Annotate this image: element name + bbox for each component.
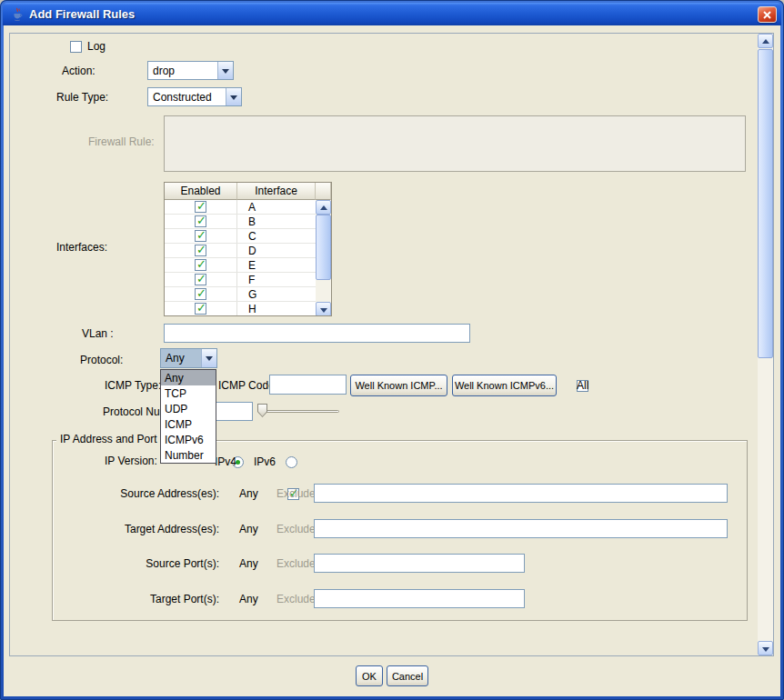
table-header: Enabled Interface bbox=[165, 183, 331, 200]
protocol-option-tcp[interactable]: TCP bbox=[161, 385, 216, 401]
enabled-checkbox[interactable] bbox=[195, 274, 206, 285]
table-scrollbar[interactable] bbox=[316, 200, 331, 316]
source-ports-label: Source Port(s): bbox=[52, 558, 219, 570]
any-label: Any bbox=[239, 488, 258, 500]
any-label: Any bbox=[239, 594, 258, 605]
protocol-option-number[interactable]: Number bbox=[161, 447, 216, 463]
action-selected-value: drop bbox=[148, 62, 217, 79]
action-select[interactable]: drop bbox=[147, 61, 234, 80]
log-label: Log bbox=[87, 41, 106, 53]
table-row[interactable]: D bbox=[165, 244, 331, 258]
interface-name: C bbox=[237, 229, 316, 243]
add-firewall-rules-dialog: Add Firewall Rules Log Action: drop Rule… bbox=[0, 0, 784, 700]
enabled-checkbox[interactable] bbox=[195, 259, 206, 271]
ipv4-label: IPv4 bbox=[215, 456, 236, 468]
protocol-dropdown-list: Any TCP UDP ICMP ICMPv6 Number bbox=[160, 369, 216, 464]
rule-type-selected-value: Constructed bbox=[148, 88, 226, 105]
table-scrollbar-thumb[interactable] bbox=[316, 215, 331, 280]
log-checkbox[interactable] bbox=[70, 41, 82, 53]
protocol-label: Protocol: bbox=[80, 355, 123, 366]
well-known-icmpv6-button[interactable]: Well Known ICMPv6... bbox=[452, 375, 557, 396]
action-label: Action: bbox=[62, 65, 95, 77]
java-icon bbox=[10, 7, 25, 22]
exclude-label: Exclude bbox=[276, 488, 316, 500]
table-row[interactable]: A bbox=[165, 200, 331, 215]
exclude-label: Exclude bbox=[276, 594, 316, 605]
interface-name: A bbox=[237, 200, 316, 214]
interface-name: E bbox=[237, 258, 316, 272]
table-row[interactable]: E bbox=[165, 258, 331, 273]
interface-name: D bbox=[237, 244, 316, 257]
all-label: All bbox=[577, 380, 588, 392]
interface-name: H bbox=[237, 302, 316, 315]
icmp-type-label: ICMP Type: bbox=[105, 380, 161, 392]
protocol-option-icmpv6[interactable]: ICMPv6 bbox=[161, 432, 216, 447]
close-icon bbox=[763, 11, 771, 19]
rule-type-label: Rule Type: bbox=[56, 92, 108, 104]
protocol-option-any[interactable]: Any bbox=[161, 370, 216, 385]
table-header-corner bbox=[316, 183, 331, 200]
cancel-button[interactable]: Cancel bbox=[387, 665, 428, 686]
interfaces-table: Enabled Interface A B C D E F bbox=[164, 182, 332, 316]
column-header-interface[interactable]: Interface bbox=[237, 183, 316, 200]
interface-name: F bbox=[237, 273, 316, 286]
ipv6-label: IPv6 bbox=[254, 456, 276, 468]
main-scrollbar-thumb[interactable] bbox=[758, 49, 773, 358]
table-row[interactable]: H bbox=[165, 302, 331, 316]
enabled-checkbox[interactable] bbox=[195, 288, 206, 300]
protocol-option-udp[interactable]: UDP bbox=[161, 401, 216, 416]
rule-type-select[interactable]: Constructed bbox=[147, 87, 242, 106]
scroll-down-icon[interactable] bbox=[758, 641, 773, 655]
chevron-down-icon[interactable] bbox=[226, 88, 241, 105]
chevron-down-icon[interactable] bbox=[201, 349, 216, 367]
table-row[interactable]: C bbox=[165, 229, 331, 244]
vlan-input[interactable] bbox=[164, 324, 470, 343]
target-ports-input[interactable] bbox=[314, 589, 525, 608]
enabled-checkbox[interactable] bbox=[195, 230, 206, 242]
protocol-selected-value: Any bbox=[161, 349, 201, 367]
interfaces-label: Interfaces: bbox=[56, 242, 107, 254]
target-addresses-input[interactable] bbox=[314, 519, 728, 538]
firewall-rule-textarea bbox=[164, 115, 746, 172]
protocol-option-icmp[interactable]: ICMP bbox=[161, 416, 216, 432]
column-header-enabled[interactable]: Enabled bbox=[165, 183, 237, 200]
enabled-checkbox[interactable] bbox=[195, 201, 206, 213]
well-known-icmp-button[interactable]: Well Known ICMP... bbox=[350, 375, 447, 396]
enabled-checkbox[interactable] bbox=[195, 245, 206, 256]
table-row[interactable]: F bbox=[165, 273, 331, 287]
protocol-select[interactable]: Any bbox=[160, 348, 217, 368]
scroll-up-icon[interactable] bbox=[758, 34, 773, 48]
vlan-label: VLan : bbox=[82, 328, 114, 340]
window-title: Add Firewall Rules bbox=[29, 7, 135, 21]
close-button[interactable] bbox=[758, 6, 777, 23]
any-label: Any bbox=[239, 524, 258, 535]
protocol-number-slider-track[interactable] bbox=[259, 410, 339, 413]
source-addresses-label: Source Address(es): bbox=[52, 488, 219, 500]
any-label: Any bbox=[239, 558, 258, 570]
ok-button[interactable]: OK bbox=[356, 665, 383, 686]
target-ports-label: Target Port(s): bbox=[52, 594, 219, 605]
target-addresses-label: Target Address(es): bbox=[52, 524, 219, 535]
chevron-down-icon[interactable] bbox=[217, 62, 233, 79]
table-row[interactable]: G bbox=[165, 287, 331, 302]
enabled-checkbox[interactable] bbox=[195, 303, 206, 315]
exclude-label: Exclude bbox=[276, 524, 316, 535]
firewall-rule-label: Firewall Rule: bbox=[88, 136, 155, 148]
titlebar[interactable]: Add Firewall Rules bbox=[3, 3, 781, 25]
interface-name: B bbox=[237, 215, 316, 228]
icmp-code-input[interactable] bbox=[269, 375, 347, 395]
exclude-label: Exclude bbox=[276, 558, 316, 570]
source-addresses-input[interactable] bbox=[314, 484, 728, 503]
ip-version-label: IP Version: bbox=[105, 455, 157, 467]
scroll-up-icon[interactable] bbox=[316, 200, 331, 215]
main-vertical-scrollbar[interactable] bbox=[758, 34, 773, 655]
enabled-checkbox[interactable] bbox=[195, 215, 206, 227]
ip-section-title: IP Address and Port bbox=[56, 434, 161, 445]
source-ports-input[interactable] bbox=[314, 554, 525, 573]
scroll-down-icon[interactable] bbox=[316, 302, 331, 316]
table-row[interactable]: B bbox=[165, 215, 331, 229]
interface-name: G bbox=[237, 287, 316, 301]
